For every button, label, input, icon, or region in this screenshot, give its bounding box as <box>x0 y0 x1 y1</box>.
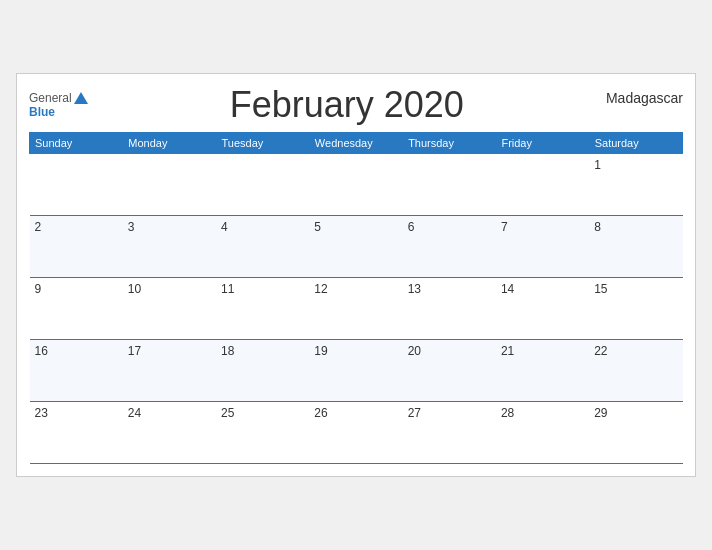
calendar-cell <box>216 154 309 216</box>
day-number: 27 <box>408 406 421 420</box>
calendar-cell: 7 <box>496 216 589 278</box>
calendar-week-row: 1 <box>30 154 683 216</box>
calendar-cell: 16 <box>30 340 123 402</box>
day-number: 17 <box>128 344 141 358</box>
calendar-cell: 3 <box>123 216 216 278</box>
calendar-body: 1234567891011121314151617181920212223242… <box>30 154 683 464</box>
country-label: Madagascar <box>606 84 683 106</box>
logo-triangle-icon <box>74 92 88 104</box>
logo: General Blue <box>29 91 88 120</box>
calendar-title: February 2020 <box>230 84 464 126</box>
col-tuesday: Tuesday <box>216 133 309 154</box>
day-number: 19 <box>314 344 327 358</box>
calendar-cell: 13 <box>403 278 496 340</box>
col-friday: Friday <box>496 133 589 154</box>
calendar-cell: 2 <box>30 216 123 278</box>
day-number: 15 <box>594 282 607 296</box>
day-number: 20 <box>408 344 421 358</box>
calendar-cell: 14 <box>496 278 589 340</box>
calendar-cell <box>403 154 496 216</box>
calendar-container: General Blue February 2020 Madagascar Su… <box>16 73 696 477</box>
logo-blue-text: Blue <box>29 105 88 119</box>
calendar-cell: 28 <box>496 402 589 464</box>
calendar-cell: 29 <box>589 402 682 464</box>
calendar-week-row: 16171819202122 <box>30 340 683 402</box>
col-sunday: Sunday <box>30 133 123 154</box>
calendar-cell: 9 <box>30 278 123 340</box>
calendar-week-row: 9101112131415 <box>30 278 683 340</box>
calendar-cell: 24 <box>123 402 216 464</box>
day-number: 25 <box>221 406 234 420</box>
day-number: 24 <box>128 406 141 420</box>
calendar-cell: 1 <box>589 154 682 216</box>
calendar-cell: 4 <box>216 216 309 278</box>
weekday-header-row: Sunday Monday Tuesday Wednesday Thursday… <box>30 133 683 154</box>
calendar-cell: 15 <box>589 278 682 340</box>
logo-general-text: General <box>29 91 88 105</box>
day-number: 7 <box>501 220 508 234</box>
day-number: 9 <box>35 282 42 296</box>
day-number: 3 <box>128 220 135 234</box>
day-number: 6 <box>408 220 415 234</box>
calendar-cell: 21 <box>496 340 589 402</box>
day-number: 16 <box>35 344 48 358</box>
col-thursday: Thursday <box>403 133 496 154</box>
calendar-cell: 5 <box>309 216 402 278</box>
calendar-cell: 8 <box>589 216 682 278</box>
calendar-cell: 6 <box>403 216 496 278</box>
calendar-cell: 20 <box>403 340 496 402</box>
calendar-cell: 11 <box>216 278 309 340</box>
calendar-week-row: 2345678 <box>30 216 683 278</box>
day-number: 28 <box>501 406 514 420</box>
calendar-cell: 17 <box>123 340 216 402</box>
day-number: 26 <box>314 406 327 420</box>
day-number: 11 <box>221 282 234 296</box>
day-number: 12 <box>314 282 327 296</box>
day-number: 5 <box>314 220 321 234</box>
day-number: 29 <box>594 406 607 420</box>
calendar-cell: 19 <box>309 340 402 402</box>
day-number: 1 <box>594 158 601 172</box>
day-number: 23 <box>35 406 48 420</box>
calendar-cell: 18 <box>216 340 309 402</box>
day-number: 8 <box>594 220 601 234</box>
calendar-grid: Sunday Monday Tuesday Wednesday Thursday… <box>29 132 683 464</box>
calendar-cell <box>30 154 123 216</box>
calendar-cell: 22 <box>589 340 682 402</box>
day-number: 18 <box>221 344 234 358</box>
col-saturday: Saturday <box>589 133 682 154</box>
day-number: 14 <box>501 282 514 296</box>
calendar-cell <box>123 154 216 216</box>
calendar-cell: 12 <box>309 278 402 340</box>
day-number: 13 <box>408 282 421 296</box>
calendar-week-row: 23242526272829 <box>30 402 683 464</box>
col-monday: Monday <box>123 133 216 154</box>
day-number: 10 <box>128 282 141 296</box>
calendar-cell: 25 <box>216 402 309 464</box>
calendar-cell: 10 <box>123 278 216 340</box>
calendar-cell: 26 <box>309 402 402 464</box>
day-number: 21 <box>501 344 514 358</box>
calendar-cell <box>309 154 402 216</box>
day-number: 4 <box>221 220 228 234</box>
day-number: 22 <box>594 344 607 358</box>
day-number: 2 <box>35 220 42 234</box>
calendar-cell <box>496 154 589 216</box>
calendar-cell: 27 <box>403 402 496 464</box>
calendar-cell: 23 <box>30 402 123 464</box>
col-wednesday: Wednesday <box>309 133 402 154</box>
calendar-header: General Blue February 2020 Madagascar <box>29 84 683 126</box>
